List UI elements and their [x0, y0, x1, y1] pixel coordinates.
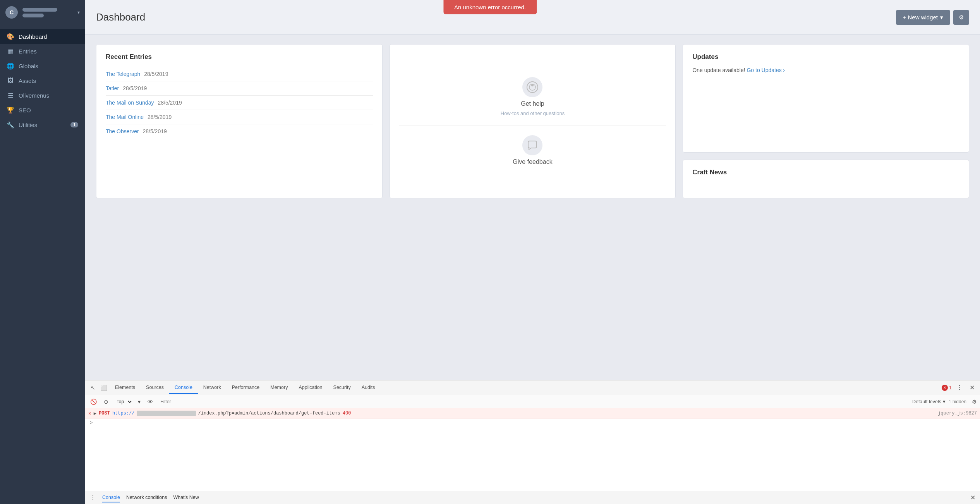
devtools-close-button[interactable]: ✕: [967, 382, 977, 393]
console-url-path: /index.php?p=admin/actions/dashboard/get…: [198, 411, 340, 416]
sidebar-item-seo[interactable]: 🏆 SEO: [0, 103, 85, 117]
tab-memory[interactable]: Memory: [265, 382, 293, 394]
help-divider: [399, 126, 666, 126]
bottom-tab-console[interactable]: Console: [102, 493, 120, 502]
bottom-more-icon[interactable]: ⋮: [90, 494, 96, 501]
levels-label: Default levels: [912, 399, 941, 404]
utilities-icon: 🔧: [7, 121, 14, 128]
entry-date: 28/5/2019: [123, 85, 147, 91]
entry-date: 28/5/2019: [148, 114, 172, 120]
entry-list: The Telegraph 28/5/2019 Tatler 28/5/2019…: [106, 67, 373, 138]
list-item: The Telegraph 28/5/2019: [106, 67, 373, 81]
entries-icon: ▦: [7, 48, 14, 55]
devtools-settings-icon[interactable]: ⚙: [972, 399, 977, 405]
new-widget-button[interactable]: + New widget ▾: [896, 10, 950, 25]
tab-elements[interactable]: Elements: [110, 382, 141, 394]
devtools-more-button[interactable]: ⋮: [954, 382, 965, 393]
no-entry-icon[interactable]: 🚫: [88, 397, 99, 406]
console-error-icon: ✕: [88, 410, 91, 416]
error-circle: ✕: [942, 385, 948, 391]
craft-news-title: Craft News: [692, 169, 959, 176]
entry-date: 28/5/2019: [142, 128, 166, 134]
sidebar-item-label: Globals: [19, 63, 38, 69]
tab-performance[interactable]: Performance: [227, 382, 265, 394]
sidebar-header: C ▾: [0, 0, 85, 25]
console-error-row[interactable]: ✕ ▶ POST https:// ████████████████████ /…: [85, 408, 980, 419]
levels-dropdown[interactable]: Default levels ▾: [912, 399, 946, 404]
error-banner: An unknown error occurred.: [443, 0, 537, 14]
updates-link-icon: ›: [783, 67, 785, 73]
list-item: The Mail on Sunday 28/5/2019: [106, 96, 373, 110]
updates-title: Updates: [692, 53, 959, 61]
sidebar-item-utilities[interactable]: 🔧 Utilities 1: [0, 117, 85, 132]
tab-application[interactable]: Application: [293, 382, 328, 394]
console-file: jquery.js:9827: [938, 411, 977, 416]
sidebar-item-olivemenus[interactable]: ☰ Olivemenus: [0, 88, 85, 103]
seo-icon: 🏆: [7, 107, 14, 114]
go-to-updates-link[interactable]: Go to Updates ›: [747, 67, 785, 73]
sidebar-item-assets[interactable]: 🖼 Assets: [0, 73, 85, 88]
page-title: Dashboard: [96, 11, 145, 23]
recent-entries-title: Recent Entries: [106, 53, 373, 61]
devtools-tab-left-icons: ↖ ⬜: [88, 383, 110, 392]
console-status: 400: [343, 411, 351, 416]
feedback-icon: [522, 135, 542, 155]
tab-security[interactable]: Security: [328, 382, 356, 394]
console-method: POST: [99, 411, 110, 416]
device-icon[interactable]: ⬜: [98, 383, 110, 392]
new-widget-label: + New widget: [903, 14, 938, 21]
sidebar-item-entries[interactable]: ▦ Entries: [0, 44, 85, 58]
list-item: The Mail Online 28/5/2019: [106, 110, 373, 124]
eye-icon[interactable]: 👁: [146, 397, 155, 406]
give-feedback-title: Give feedback: [513, 158, 552, 165]
entry-date: 28/5/2019: [158, 100, 182, 106]
hidden-count: 1 hidden: [949, 399, 969, 404]
sidebar-item-label: Assets: [19, 77, 36, 84]
assets-icon: 🖼: [7, 77, 14, 84]
chevron-down-icon[interactable]: ▾: [136, 397, 142, 406]
tab-sources[interactable]: Sources: [141, 382, 169, 394]
sidebar-brand: [22, 8, 57, 17]
tab-network[interactable]: Network: [198, 382, 227, 394]
entry-link[interactable]: Tatler: [106, 85, 119, 91]
settings-button[interactable]: ⚙: [953, 10, 969, 25]
list-item: Tatler 28/5/2019: [106, 81, 373, 96]
get-help-title: Get help: [521, 100, 544, 107]
sidebar-item-dashboard[interactable]: 🎨 Dashboard: [0, 29, 85, 44]
list-item: The Observer 28/5/2019: [106, 124, 373, 138]
get-help-subtitle: How-tos and other questions: [501, 110, 565, 116]
sidebar-item-globals[interactable]: 🌐 Globals: [0, 58, 85, 73]
tab-audits[interactable]: Audits: [356, 382, 381, 394]
get-help-section[interactable]: Get help How-tos and other questions: [501, 77, 565, 116]
give-feedback-section[interactable]: Give feedback: [513, 135, 552, 165]
bottom-tab-whats-new[interactable]: What's New: [173, 493, 199, 502]
sidebar: C ▾ 🎨 Dashboard ▦ Entries 🌐 Globals: [0, 0, 85, 504]
recent-entries-widget: Recent Entries The Telegraph 28/5/2019 T…: [96, 44, 383, 198]
globals-icon: 🌐: [7, 62, 14, 69]
console-url-blurred: ████████████████████: [137, 411, 196, 416]
entry-link[interactable]: The Observer: [106, 128, 139, 134]
console-expand-arrow[interactable]: ▶: [94, 411, 96, 416]
console-expand-row[interactable]: >: [85, 419, 980, 427]
utilities-badge: 1: [70, 122, 78, 127]
entry-link[interactable]: The Telegraph: [106, 71, 140, 77]
devtools-panel: ↖ ⬜ Elements Sources Console Network Per…: [85, 380, 980, 504]
entry-link[interactable]: The Mail on Sunday: [106, 100, 154, 106]
updates-widget: Updates One update available! Go to Upda…: [683, 44, 969, 153]
entry-link[interactable]: The Mail Online: [106, 114, 144, 120]
tab-console[interactable]: Console: [169, 382, 198, 394]
stop-icon[interactable]: ⊙: [102, 397, 110, 406]
bottom-tab-network-conditions[interactable]: Network conditions: [126, 493, 167, 502]
new-widget-chevron-icon: ▾: [940, 14, 943, 21]
sidebar-chevron-icon[interactable]: ▾: [77, 10, 80, 15]
sidebar-item-label: Olivemenus: [19, 92, 49, 99]
brand-bar-short: [22, 14, 44, 17]
cursor-icon[interactable]: ↖: [88, 383, 98, 392]
updates-description: One update available!: [692, 67, 745, 73]
console-filter-input[interactable]: [158, 398, 909, 406]
dashboard-icon: 🎨: [7, 33, 14, 40]
scope-select[interactable]: top: [113, 397, 133, 406]
sidebar-nav: 🎨 Dashboard ▦ Entries 🌐 Globals 🖼 Assets…: [0, 25, 85, 504]
bottom-close-button[interactable]: ✕: [970, 494, 975, 501]
gear-icon: ⚙: [959, 14, 964, 21]
